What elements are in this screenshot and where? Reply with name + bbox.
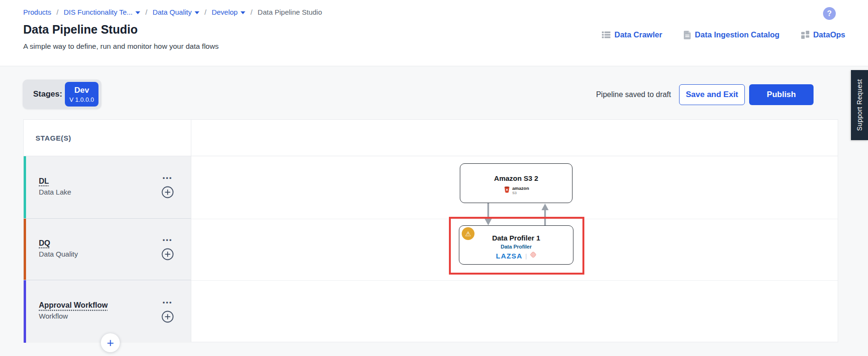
lane-code-link[interactable]: DL xyxy=(39,177,49,186)
amazon-s3-wordmark: amazon S3 xyxy=(512,186,529,195)
breadcrumb-current-page: Data Pipeline Studio xyxy=(258,8,322,16)
lane-divider-line xyxy=(191,280,838,281)
lane-divider-line xyxy=(191,219,838,219)
data-ingestion-catalog-label: Data Ingestion Catalog xyxy=(695,30,779,39)
lane-accent-bar xyxy=(24,219,26,280)
add-node-icon[interactable] xyxy=(161,311,174,323)
amazon-s3-icon xyxy=(503,186,510,196)
more-options-icon[interactable]: ••• xyxy=(162,301,172,304)
document-icon xyxy=(684,31,691,39)
tool-label: Data Profiler xyxy=(501,244,531,249)
lane-icon-column: ••• xyxy=(161,219,175,280)
breadcrumb-separator: / xyxy=(56,8,58,16)
add-node-icon[interactable] xyxy=(161,248,174,260)
stages-column-header-label: STAGE(S) xyxy=(36,134,71,142)
lane-text: DQ Data Quality xyxy=(39,239,78,258)
stage-name: Dev xyxy=(74,86,89,95)
more-options-icon[interactable]: ••• xyxy=(162,176,172,180)
page-title: Data Pipeline Studio xyxy=(23,23,138,36)
lane-icon-column: ••• xyxy=(161,156,175,218)
lane-accent-bar xyxy=(24,156,26,218)
chevron-down-icon xyxy=(241,11,245,14)
column-divider xyxy=(191,120,191,342)
lane-text: Approval Workflow Workflow xyxy=(39,301,108,320)
dataops-label: DataOps xyxy=(813,30,845,39)
dataops-link[interactable]: DataOps xyxy=(801,30,845,39)
stages-label: Stages: xyxy=(33,89,62,99)
list-icon xyxy=(602,31,610,38)
lazsa-brand-row: LAZSA | xyxy=(496,251,536,260)
node-title: Data Profiler 1 xyxy=(492,234,540,242)
brand-separator: | xyxy=(525,252,527,259)
lane-icon-column: ••• xyxy=(161,280,175,343)
lane-code-link[interactable]: Approval Workflow xyxy=(39,301,108,310)
lane-name: Data Quality xyxy=(39,250,78,258)
page-subtitle: A simple way to define, run and monitor … xyxy=(23,42,219,51)
lane-data-quality: DQ Data Quality ••• xyxy=(24,219,191,280)
stages-column-header: STAGE(S) xyxy=(24,120,838,156)
stage-version: V 1.0.0.0 xyxy=(69,96,94,103)
chevron-down-icon xyxy=(195,11,199,14)
node-amazon-s3[interactable]: Amazon S3 2 amazon S3 xyxy=(460,163,573,203)
breadcrumb-feature[interactable]: Data Quality xyxy=(152,8,199,16)
breadcrumb-separator: / xyxy=(251,8,252,16)
stages-pill: Stages: Dev V 1.0.0.0 xyxy=(23,80,101,109)
support-request-tab[interactable]: Support Request xyxy=(851,70,868,140)
breadcrumb-separator: / xyxy=(145,8,147,16)
more-options-icon[interactable]: ••• xyxy=(162,238,172,242)
lane-text: DL Data Lake xyxy=(39,177,71,196)
amazon-s3-brand: amazon S3 xyxy=(503,186,529,196)
lane-data-lake: DL Data Lake ••• xyxy=(24,156,191,219)
data-crawler-link[interactable]: Data Crawler xyxy=(602,30,662,39)
breadcrumb-products[interactable]: Products xyxy=(23,8,51,16)
breadcrumb-develop[interactable]: Develop xyxy=(212,8,245,16)
support-request-label: Support Request xyxy=(856,79,863,131)
lazsa-wordmark: LAZSA xyxy=(496,252,522,260)
lane-name: Data Lake xyxy=(39,188,71,196)
node-data-profiler[interactable]: ⚠ Data Profiler 1 Data Profiler LAZSA | xyxy=(459,225,573,265)
node-title: Amazon S3 2 xyxy=(494,174,538,182)
save-and-exit-button[interactable]: Save and Exit xyxy=(679,84,745,105)
lane-code-link[interactable]: DQ xyxy=(39,239,50,248)
breadcrumb-separator: / xyxy=(205,8,206,16)
help-icon[interactable]: ? xyxy=(823,7,836,20)
lane-name: Workflow xyxy=(39,312,108,320)
stage-dev-button[interactable]: Dev V 1.0.0.0 xyxy=(65,82,98,107)
add-node-icon[interactable] xyxy=(161,186,174,198)
pipeline-status-text: Pipeline saved to draft xyxy=(596,90,671,99)
breadcrumb-project[interactable]: DIS Functionality Te... xyxy=(63,8,140,16)
data-ingestion-catalog-link[interactable]: Data Ingestion Catalog xyxy=(684,30,779,39)
lazsa-rosette-icon xyxy=(530,251,537,260)
header-quick-links: Data Crawler Data Ingestion Catalog Data… xyxy=(602,30,845,39)
toolbar-actions: Pipeline saved to draft Save and Exit Pu… xyxy=(596,84,814,105)
breadcrumb: Products / DIS Functionality Te... / Dat… xyxy=(23,8,322,16)
lane-accent-bar xyxy=(24,280,26,343)
grid-icon xyxy=(801,31,809,39)
pipeline-board: STAGE(S) DL Data Lake ••• DQ Data Qualit… xyxy=(23,119,838,342)
top-header: Products / DIS Functionality Te... / Dat… xyxy=(0,0,868,66)
chevron-down-icon xyxy=(135,11,140,14)
data-crawler-label: Data Crawler xyxy=(614,30,662,39)
publish-button[interactable]: Publish xyxy=(749,84,814,105)
add-stage-button[interactable]: + xyxy=(101,333,120,352)
warning-icon[interactable]: ⚠ xyxy=(462,227,474,240)
